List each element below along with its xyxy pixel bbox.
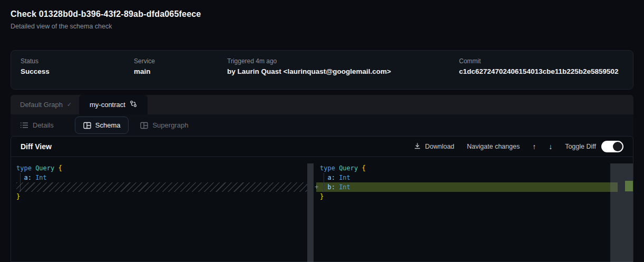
- columns-layout-icon: [83, 122, 91, 129]
- tab-supergraph-label: Supergraph: [152, 121, 188, 129]
- commit-value: c1dc62724702406154013cbe11b225b2e5859502: [459, 67, 619, 75]
- triggered-value: by Laurin Quast <laurinquast@googlemail.…: [227, 67, 391, 75]
- toggle-diff-switch[interactable]: [601, 141, 623, 152]
- tab-my-contract[interactable]: my-contract: [79, 95, 148, 114]
- tab-details-label: Details: [33, 121, 54, 129]
- code-line: a: Int: [16, 173, 47, 182]
- next-change-button[interactable]: ↓: [549, 143, 552, 150]
- code-line: a: Int: [320, 173, 350, 182]
- check-icon: ✓: [67, 101, 72, 108]
- left-editor-scrollbar[interactable]: [307, 163, 314, 262]
- arrow-up-icon: ↑: [532, 142, 536, 151]
- content-panel: Details Schema Supergraph: [11, 114, 633, 262]
- diff-header: Diff View Download Navigate changes ↑: [11, 137, 633, 157]
- columns-layout-icon: [140, 122, 148, 129]
- previous-change-button[interactable]: ↑: [532, 143, 536, 150]
- arrow-down-icon: ↓: [549, 142, 552, 151]
- triggered-field: Triggered 4m ago by Laurin Quast <laurin…: [227, 57, 391, 75]
- download-button[interactable]: Download: [414, 142, 454, 151]
- list-icon: [20, 122, 28, 129]
- right-editor-scrollbar[interactable]: [610, 163, 633, 262]
- overview-ruler-added-marker: [625, 181, 633, 191]
- schema-diff-editor: type Query { a: Int } + type Query { a: …: [11, 157, 633, 262]
- tab-schema-label: Schema: [95, 121, 121, 129]
- diff-plus-marker: +: [315, 182, 318, 192]
- page-subtitle: Detailed view of the schema check: [11, 23, 201, 30]
- diff-removed-placeholder: [16, 182, 307, 192]
- toggle-knob: [613, 142, 622, 151]
- graph-tabs-bar: Default Graph ✓ my-contract: [11, 95, 633, 114]
- service-value: main: [134, 67, 155, 75]
- tab-supergraph[interactable]: Supergraph: [140, 121, 188, 129]
- tab-default-graph[interactable]: Default Graph ✓: [20, 95, 72, 114]
- tab-details[interactable]: Details: [20, 121, 54, 129]
- code-line: type Query {: [16, 163, 62, 173]
- status-label: Status: [21, 57, 50, 65]
- commit-field: Commit c1dc62724702406154013cbe11b225b2e…: [459, 57, 619, 75]
- page-title: Check 01328b0d-b396-43f2-89ab-dfda065fee…: [11, 9, 201, 19]
- navigate-changes-label: Navigate changes: [467, 143, 520, 150]
- toggle-diff-group: Toggle Diff: [565, 141, 623, 152]
- code-line: type Query {: [320, 163, 366, 173]
- diff-added-line-highlight: [316, 182, 618, 192]
- code-line: }: [16, 192, 20, 201]
- service-field: Service main: [134, 57, 155, 75]
- triggered-label: Triggered 4m ago: [227, 57, 391, 65]
- download-label: Download: [425, 143, 454, 150]
- service-label: Service: [134, 57, 155, 65]
- code-line-added: b: Int: [320, 182, 350, 192]
- page-header: Check 01328b0d-b396-43f2-89ab-dfda065fee…: [11, 9, 201, 30]
- code-line: }: [320, 192, 324, 201]
- tab-schema[interactable]: Schema: [75, 117, 129, 134]
- tab-my-contract-label: my-contract: [90, 101, 125, 109]
- diff-controls: Download Navigate changes ↑ ↓ Toggle Dif…: [414, 141, 623, 152]
- download-icon: [414, 142, 421, 151]
- diff-card: Diff View Download Navigate changes ↑: [11, 136, 633, 262]
- status-field: Status Success: [21, 57, 50, 75]
- commit-label: Commit: [459, 57, 619, 65]
- view-tabs: Details Schema Supergraph: [11, 114, 633, 136]
- status-value: Success: [21, 67, 50, 75]
- check-summary-card: Status Success Service main Triggered 4m…: [11, 50, 633, 90]
- toggle-diff-label: Toggle Diff: [565, 143, 596, 150]
- diff-view-title: Diff View: [21, 142, 52, 151]
- tab-default-graph-label: Default Graph: [20, 101, 63, 109]
- git-compare-icon: [130, 100, 137, 109]
